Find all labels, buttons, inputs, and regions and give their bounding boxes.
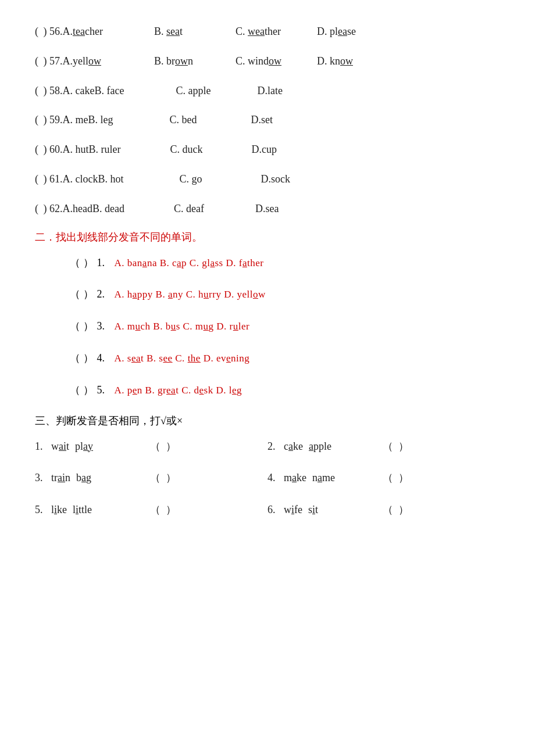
sec3-pair-4: 4. make name （ ） bbox=[268, 470, 500, 486]
sec3-words-1: wait play bbox=[51, 438, 144, 455]
choice-61-b: B. hot bbox=[98, 171, 179, 188]
sec2-q2: （ ） 2. A. happy B. any C. hurry D. yello… bbox=[35, 286, 500, 303]
choice-58-c: C. apple bbox=[176, 83, 257, 99]
sec2-q3: （ ） 3. A. much B. bus C. mug D. ruler bbox=[35, 318, 500, 335]
sec3-w1-4: make bbox=[284, 470, 306, 486]
sec2-q5: （ ） 5. A. pen B. great C. desk D. leg bbox=[35, 382, 500, 399]
choice-62-b: B. dead bbox=[92, 200, 174, 217]
paren-62: ( bbox=[35, 200, 38, 217]
choices-60: B. ruler C. duck D.cup bbox=[89, 141, 333, 158]
choice-57-c: C. window bbox=[236, 53, 317, 70]
choices-59: B. leg C. bed D.set bbox=[88, 112, 332, 128]
sec3-words-6: wife sit bbox=[284, 501, 377, 518]
choice-59-c: C. bed bbox=[169, 112, 251, 128]
choice-56-b: B. seat bbox=[154, 23, 236, 40]
qnum-61: ) 61.A. clock bbox=[41, 171, 98, 188]
sec3-pair-5: 5. like little （ ） bbox=[35, 501, 268, 518]
sec2-num-1: 1. bbox=[97, 255, 115, 271]
choice-59-d: D.set bbox=[251, 112, 332, 128]
qnum-62: ) 62.A.head bbox=[41, 200, 92, 217]
sec3-w1-1: wait bbox=[51, 438, 69, 455]
choice-56-d: D. please bbox=[317, 23, 398, 40]
choice-57-a: yellow bbox=[73, 53, 154, 70]
sec3-w2-2: apple bbox=[309, 438, 331, 455]
choices-62: B. dead C. deaf D.sea bbox=[92, 200, 337, 217]
sec3-pair-3: 3. train bag （ ） bbox=[35, 470, 268, 486]
choice-60-d: D.cup bbox=[252, 141, 333, 158]
sec3-pair-6: 6. wife sit （ ） bbox=[268, 501, 500, 518]
paren-56: ( bbox=[35, 23, 38, 40]
choices-61: B. hot C. go D.sock bbox=[98, 171, 342, 188]
sec2-paren-3: （ ） bbox=[70, 318, 94, 335]
sec2-num-4: 4. bbox=[97, 350, 115, 367]
choice-61-c: C. go bbox=[179, 171, 261, 188]
choice-60-b: B. ruler bbox=[89, 141, 170, 158]
choice-56-c: C. weather bbox=[236, 23, 317, 40]
section2-heading: 二．找出划线部分发音不同的单词。 bbox=[35, 230, 500, 244]
question-62: ( ) 62.A.head B. dead C. deaf D.sea bbox=[35, 200, 500, 217]
question-60: ( ) 60.A. hut B. ruler C. duck D.cup bbox=[35, 141, 500, 158]
sec2-q4: （ ） 4. A. seat B. see C. the D. evening bbox=[35, 350, 500, 367]
sec3-words-4: make name bbox=[284, 470, 377, 486]
question-61: ( ) 61.A. clock B. hot C. go D.sock bbox=[35, 171, 500, 188]
paren-60: ( bbox=[35, 141, 38, 158]
question-57: ( ) 57.A. yellow B. brown C. window D. k… bbox=[35, 53, 500, 70]
sec2-q1: （ ） 1. A. banana B. cap C. glass D. fath… bbox=[35, 255, 500, 271]
sec3-words-3: train bag bbox=[51, 470, 144, 486]
sec3-num-5: 5. bbox=[35, 501, 51, 518]
paren-57: ( bbox=[35, 53, 38, 70]
sec3-num-6: 6. bbox=[268, 501, 284, 518]
section3-heading: 三、判断发音是否相同，打√或× bbox=[35, 414, 500, 428]
question-56: ( ) 56.A. teacher B. seat C. weather D. … bbox=[35, 23, 500, 40]
sec3-bracket-5: （ ） bbox=[150, 501, 176, 518]
sec3-bracket-3: （ ） bbox=[150, 470, 176, 486]
choices-58: B. face C. apple D.late bbox=[94, 83, 338, 99]
sec3-pair-2: 2. cake apple （ ） bbox=[268, 438, 500, 455]
choice-62-d: D.sea bbox=[255, 200, 337, 217]
sec2-num-3: 3. bbox=[97, 318, 115, 335]
sec3-w1-2: cake bbox=[284, 438, 303, 455]
qnum-58: ) 58.A. cake bbox=[41, 83, 94, 99]
choice-56-a: teacher bbox=[73, 23, 154, 40]
sec3-w2-4: name bbox=[312, 470, 335, 486]
question-58: ( ) 58.A. cake B. face C. apple D.late bbox=[35, 83, 500, 99]
sec3-bracket-2: （ ） bbox=[383, 438, 409, 455]
sec3-grid: 1. wait play （ ） 2. cake apple （ ） 3. tr… bbox=[35, 438, 500, 533]
sec2-choices-4: A. seat B. see C. the D. evening bbox=[115, 350, 250, 366]
sec3-w1-3: train bbox=[51, 470, 70, 486]
qnum-59: ) 59.A. me bbox=[41, 112, 88, 128]
sec2-paren-5: （ ） bbox=[70, 382, 94, 399]
sec2-num-5: 5. bbox=[97, 382, 115, 399]
section-2: 二．找出划线部分发音不同的单词。 （ ） 1. A. banana B. cap… bbox=[35, 230, 500, 399]
paren-58: ( bbox=[35, 83, 38, 99]
sec3-bracket-6: （ ） bbox=[383, 501, 409, 518]
qnum-56: ) 56.A. bbox=[41, 23, 73, 40]
sec2-num-2: 2. bbox=[97, 286, 115, 303]
sec3-w2-1: play bbox=[75, 438, 93, 455]
sec3-bracket-1: （ ） bbox=[150, 438, 176, 455]
question-59: ( ) 59.A. me B. leg C. bed D.set bbox=[35, 112, 500, 128]
paren-61: ( bbox=[35, 171, 38, 188]
choice-60-c: C. duck bbox=[170, 141, 252, 158]
sec3-words-2: cake apple bbox=[284, 438, 377, 455]
choice-57-b: B. brown bbox=[154, 53, 236, 70]
sec3-w1-5: like bbox=[51, 501, 67, 518]
sec2-paren-1: （ ） bbox=[70, 255, 94, 271]
section-1: ( ) 56.A. teacher B. seat C. weather D. … bbox=[35, 23, 500, 217]
sec3-w2-3: bag bbox=[76, 470, 91, 486]
choice-62-c: C. deaf bbox=[174, 200, 255, 217]
qnum-57: ) 57.A. bbox=[41, 53, 73, 70]
sec2-choices-3: A. much B. bus C. mug D. ruler bbox=[115, 318, 250, 334]
sec3-num-4: 4. bbox=[268, 470, 284, 486]
choices-56: teacher B. seat C. weather D. please bbox=[73, 23, 398, 40]
sec3-pair-1: 1. wait play （ ） bbox=[35, 438, 268, 455]
sec3-w2-5: little bbox=[73, 501, 92, 518]
choices-57: yellow B. brown C. window D. know bbox=[73, 53, 398, 70]
sec3-num-3: 3. bbox=[35, 470, 51, 486]
choice-57-d: D. know bbox=[317, 53, 398, 70]
sec2-choices-1: A. banana B. cap C. glass D. father bbox=[115, 255, 264, 271]
sec2-paren-4: （ ） bbox=[70, 350, 94, 367]
paren-59: ( bbox=[35, 112, 38, 128]
choice-58-b: B. face bbox=[94, 83, 176, 99]
qnum-60: ) 60.A. hut bbox=[41, 141, 89, 158]
